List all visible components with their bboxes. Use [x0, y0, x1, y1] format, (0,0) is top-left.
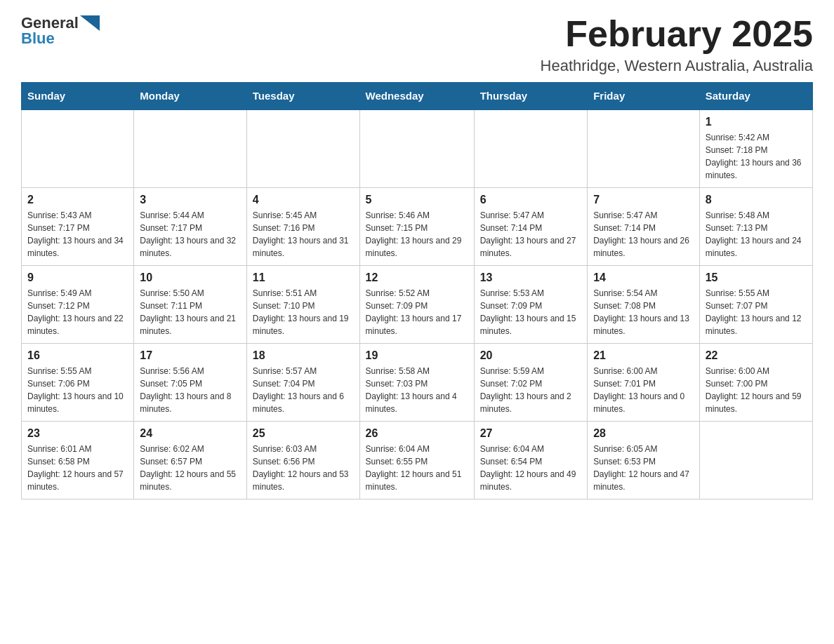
day-number: 2 — [27, 194, 128, 206]
calendar-day-cell: 14Sunrise: 5:54 AMSunset: 7:08 PMDayligh… — [588, 266, 700, 344]
calendar-day-cell — [134, 109, 247, 188]
weekday-header-monday: Monday — [134, 83, 247, 110]
day-number: 6 — [480, 194, 582, 206]
day-info: Sunrise: 5:47 AMSunset: 7:14 PMDaylight:… — [480, 209, 582, 260]
day-number: 23 — [27, 427, 128, 440]
day-number: 9 — [27, 271, 128, 284]
day-info: Sunrise: 6:00 AMSunset: 7:01 PMDaylight:… — [593, 365, 694, 415]
day-info: Sunrise: 6:01 AMSunset: 6:58 PMDaylight:… — [27, 443, 128, 493]
day-info: Sunrise: 5:59 AMSunset: 7:02 PMDaylight:… — [480, 365, 582, 415]
svg-marker-0 — [80, 15, 100, 31]
logo-blue-text: Blue — [21, 29, 55, 48]
day-number: 21 — [593, 349, 694, 362]
day-info: Sunrise: 5:47 AMSunset: 7:14 PMDaylight:… — [593, 209, 694, 260]
weekday-header-sunday: Sunday — [22, 83, 134, 110]
calendar-day-cell: 6Sunrise: 5:47 AMSunset: 7:14 PMDaylight… — [474, 188, 588, 266]
day-number: 7 — [593, 194, 694, 206]
day-number: 12 — [366, 271, 468, 284]
calendar-day-cell: 1Sunrise: 5:42 AMSunset: 7:18 PMDaylight… — [699, 109, 812, 188]
day-number: 28 — [593, 427, 694, 440]
day-info: Sunrise: 5:56 AMSunset: 7:05 PMDaylight:… — [140, 365, 241, 415]
day-info: Sunrise: 5:54 AMSunset: 7:08 PMDaylight:… — [593, 287, 694, 337]
calendar-day-cell: 28Sunrise: 6:05 AMSunset: 6:53 PMDayligh… — [588, 422, 700, 499]
day-info: Sunrise: 5:51 AMSunset: 7:10 PMDaylight:… — [253, 287, 354, 337]
day-number: 18 — [253, 349, 354, 362]
weekday-header-tuesday: Tuesday — [246, 83, 359, 110]
day-info: Sunrise: 6:02 AMSunset: 6:57 PMDaylight:… — [140, 443, 241, 493]
calendar-day-cell: 13Sunrise: 5:53 AMSunset: 7:09 PMDayligh… — [474, 266, 588, 344]
calendar-day-cell — [474, 109, 588, 188]
calendar-day-cell — [588, 109, 700, 188]
calendar-day-cell: 5Sunrise: 5:46 AMSunset: 7:15 PMDaylight… — [359, 188, 474, 266]
day-number: 15 — [706, 271, 807, 284]
month-title: February 2025 — [541, 14, 813, 54]
day-info: Sunrise: 5:48 AMSunset: 7:13 PMDaylight:… — [706, 209, 807, 260]
day-number: 4 — [253, 194, 354, 206]
day-info: Sunrise: 5:55 AMSunset: 7:06 PMDaylight:… — [27, 365, 128, 415]
day-info: Sunrise: 6:00 AMSunset: 7:00 PMDaylight:… — [706, 365, 807, 415]
weekday-header-row: SundayMondayTuesdayWednesdayThursdayFrid… — [22, 83, 813, 110]
calendar-day-cell: 20Sunrise: 5:59 AMSunset: 7:02 PMDayligh… — [474, 344, 588, 422]
day-number: 17 — [140, 349, 241, 362]
calendar-day-cell: 16Sunrise: 5:55 AMSunset: 7:06 PMDayligh… — [22, 344, 134, 422]
location-title: Heathridge, Western Australia, Australia — [541, 57, 813, 75]
day-info: Sunrise: 5:45 AMSunset: 7:16 PMDaylight:… — [253, 209, 354, 260]
logo-arrow-icon — [80, 15, 100, 31]
calendar-week-row: 16Sunrise: 5:55 AMSunset: 7:06 PMDayligh… — [22, 344, 813, 422]
title-section: February 2025 Heathridge, Western Austra… — [541, 14, 813, 75]
calendar-day-cell: 8Sunrise: 5:48 AMSunset: 7:13 PMDaylight… — [699, 188, 812, 266]
calendar-day-cell: 3Sunrise: 5:44 AMSunset: 7:17 PMDaylight… — [134, 188, 247, 266]
day-info: Sunrise: 5:58 AMSunset: 7:03 PMDaylight:… — [366, 365, 468, 415]
calendar-week-row: 2Sunrise: 5:43 AMSunset: 7:17 PMDaylight… — [22, 188, 813, 266]
day-info: Sunrise: 6:04 AMSunset: 6:55 PMDaylight:… — [366, 443, 468, 493]
calendar-week-row: 1Sunrise: 5:42 AMSunset: 7:18 PMDaylight… — [22, 109, 813, 188]
day-info: Sunrise: 5:49 AMSunset: 7:12 PMDaylight:… — [27, 287, 128, 337]
day-number: 3 — [140, 194, 241, 206]
day-number: 13 — [480, 271, 582, 284]
calendar-day-cell — [359, 109, 474, 188]
calendar-day-cell — [246, 109, 359, 188]
calendar-day-cell: 25Sunrise: 6:03 AMSunset: 6:56 PMDayligh… — [246, 422, 359, 499]
day-info: Sunrise: 5:42 AMSunset: 7:18 PMDaylight:… — [706, 131, 807, 182]
day-info: Sunrise: 5:55 AMSunset: 7:07 PMDaylight:… — [706, 287, 807, 337]
calendar-day-cell: 12Sunrise: 5:52 AMSunset: 7:09 PMDayligh… — [359, 266, 474, 344]
calendar-table: SundayMondayTuesdayWednesdayThursdayFrid… — [21, 82, 813, 499]
calendar-day-cell: 10Sunrise: 5:50 AMSunset: 7:11 PMDayligh… — [134, 266, 247, 344]
calendar-day-cell: 26Sunrise: 6:04 AMSunset: 6:55 PMDayligh… — [359, 422, 474, 499]
calendar-day-cell: 9Sunrise: 5:49 AMSunset: 7:12 PMDaylight… — [22, 266, 134, 344]
day-info: Sunrise: 5:44 AMSunset: 7:17 PMDaylight:… — [140, 209, 241, 260]
day-info: Sunrise: 6:05 AMSunset: 6:53 PMDaylight:… — [593, 443, 694, 493]
day-info: Sunrise: 5:53 AMSunset: 7:09 PMDaylight:… — [480, 287, 582, 337]
calendar-day-cell: 17Sunrise: 5:56 AMSunset: 7:05 PMDayligh… — [134, 344, 247, 422]
weekday-header-saturday: Saturday — [699, 83, 812, 110]
day-number: 19 — [366, 349, 468, 362]
day-number: 16 — [27, 349, 128, 362]
calendar-day-cell: 23Sunrise: 6:01 AMSunset: 6:58 PMDayligh… — [22, 422, 134, 499]
calendar-day-cell: 7Sunrise: 5:47 AMSunset: 7:14 PMDaylight… — [588, 188, 700, 266]
day-number: 8 — [706, 194, 807, 206]
day-number: 22 — [706, 349, 807, 362]
weekday-header-thursday: Thursday — [474, 83, 588, 110]
calendar-week-row: 23Sunrise: 6:01 AMSunset: 6:58 PMDayligh… — [22, 422, 813, 499]
calendar-day-cell — [22, 109, 134, 188]
calendar-day-cell: 19Sunrise: 5:58 AMSunset: 7:03 PMDayligh… — [359, 344, 474, 422]
calendar-week-row: 9Sunrise: 5:49 AMSunset: 7:12 PMDaylight… — [22, 266, 813, 344]
day-info: Sunrise: 5:50 AMSunset: 7:11 PMDaylight:… — [140, 287, 241, 337]
calendar-day-cell: 18Sunrise: 5:57 AMSunset: 7:04 PMDayligh… — [246, 344, 359, 422]
calendar-day-cell: 24Sunrise: 6:02 AMSunset: 6:57 PMDayligh… — [134, 422, 247, 499]
day-number: 14 — [593, 271, 694, 284]
day-info: Sunrise: 6:03 AMSunset: 6:56 PMDaylight:… — [253, 443, 354, 493]
calendar-day-cell: 15Sunrise: 5:55 AMSunset: 7:07 PMDayligh… — [699, 266, 812, 344]
day-info: Sunrise: 5:52 AMSunset: 7:09 PMDaylight:… — [366, 287, 468, 337]
calendar-day-cell — [699, 422, 812, 499]
day-number: 11 — [253, 271, 354, 284]
day-number: 25 — [253, 427, 354, 440]
day-number: 10 — [140, 271, 241, 284]
day-info: Sunrise: 5:46 AMSunset: 7:15 PMDaylight:… — [366, 209, 468, 260]
calendar-day-cell: 11Sunrise: 5:51 AMSunset: 7:10 PMDayligh… — [246, 266, 359, 344]
weekday-header-friday: Friday — [588, 83, 700, 110]
weekday-header-wednesday: Wednesday — [359, 83, 474, 110]
day-info: Sunrise: 5:43 AMSunset: 7:17 PMDaylight:… — [27, 209, 128, 260]
calendar-day-cell: 27Sunrise: 6:04 AMSunset: 6:54 PMDayligh… — [474, 422, 588, 499]
day-number: 5 — [366, 194, 468, 206]
